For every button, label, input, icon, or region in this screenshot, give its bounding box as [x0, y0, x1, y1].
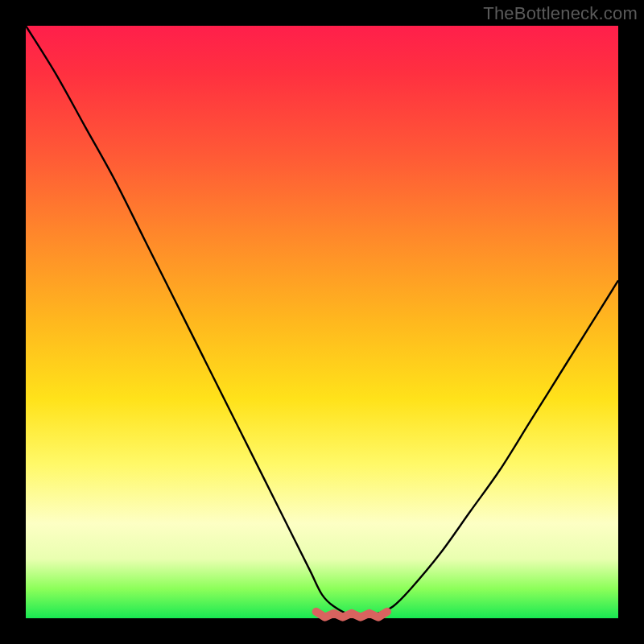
watermark-text: TheBottleneck.com — [483, 3, 638, 24]
optimal-marker-strip — [316, 612, 387, 617]
chart-frame: TheBottleneck.com — [0, 0, 644, 644]
plot-area — [26, 26, 618, 618]
curve-layer — [26, 26, 618, 618]
bottleneck-curve — [26, 26, 618, 616]
